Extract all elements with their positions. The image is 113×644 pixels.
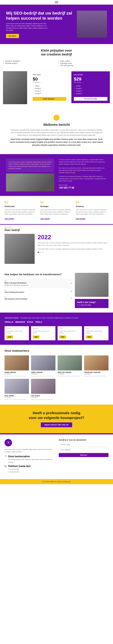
team-name-3: SPELLEN LARSON [58,372,82,373]
purple-left: Lorem ipsum dolor sit amet, consectetur … [6,158,54,192]
pricing-headline: Klein prijsplan voor uw creatieve bedrij… [6,48,107,56]
contact-info: Lorem ipsum dolor sit amet, consectetur … [5,448,54,453]
client-card-btn-3[interactable]: MER [59,336,66,338]
service-title-2: Strategie [40,205,73,208]
card-personal-price: $29 [74,76,107,82]
pricing-card-personal: persoonlijk $29 Per maand 1 klant Functi… [71,71,110,103]
service-link-3[interactable]: LEES VERDER [76,218,85,220]
team-name-5: PAUL PERRY [5,395,29,397]
newsletter-name-input[interactable] [59,442,108,446]
card-team-button[interactable]: Gratis uploaden → [33,97,66,101]
client-card-text-3: Sample Click to select the Text Element. [59,330,80,334]
about-dot-3[interactable] [42,252,43,253]
about-dot-1[interactable] [38,252,39,253]
about-image [5,234,35,264]
personal-feature-1: 1 klant [74,85,107,87]
check-item-4: Completely groep [58,62,110,64]
team-role-2: Consultant [31,373,55,375]
phone-icon-2: 📞 [5,465,7,467]
faq-question-3: Plan Ahead For Home Painting? [5,298,27,300]
team-feature-1: 1 klant [33,85,66,87]
clients-heading: Aanbevolen klanten [5,317,19,319]
team-title: Onze medewerkers [5,349,108,352]
hero-image [77,11,107,38]
faq-item-3[interactable]: 03 Plan Ahead For Home Painting? ▾ [5,295,72,302]
personal-feature-2: Functie 2 [74,87,107,90]
cta-title: Heeft u professionals nodig voor uw volg… [9,410,104,420]
faq-num-1: 01 [5,280,29,282]
logo-evga: EVGA [27,321,33,323]
purple-section: Lorem ipsum dolor sit amet, consectetur … [0,154,113,196]
pricing-check-col-2: Scalor subliem Completely groep 24/7 ond… [58,58,110,67]
service-card-1: 01 Onderzoek Lorem ipsum dolor sit amet,… [5,200,37,220]
team-text-2: Sample Click to select the Text Elements… [31,375,55,377]
faq-item-1[interactable]: 01 What is off page link Building? Sampl… [5,279,72,288]
faq-title: Hoe helpen we bedrijven om te transforme… [5,273,72,276]
service-title-1: Onderzoek [5,205,37,208]
service-link-1[interactable]: LEES VERDER [5,218,14,220]
client-card-btn-2[interactable]: MER [33,336,39,338]
contact-bar [0,433,113,434]
client-card-btn-1[interactable]: MER [6,336,13,338]
logo-binance: BINANCE [15,321,25,323]
team-text-5: Sample Click to select the Text Elements… [5,399,29,400]
team-feature-3: Functie 3 [33,90,66,92]
contact-left: S Lorem ipsum dolor sit amet, consectetu… [5,439,54,474]
client-card-label-2: BINANCE [33,328,54,329]
client-card-text-4: Sample Click to select the Text Element. [86,330,107,334]
about-text2: Lorem ipsum dolor sit amet, consectetur … [38,248,108,250]
card-personal-period: Per maand [74,82,107,83]
team-name-2: LINDA LARSON [31,372,55,373]
team-photo-5 [5,379,29,394]
phone-label: Telefoon (vaste lijn) [8,465,30,468]
client-card-btn-4[interactable]: MER [86,336,92,338]
welcome-body1: Amet luctus venenatis lectus magna fring… [9,129,104,136]
hero-cta-button[interactable]: Nu bellen [6,34,19,38]
card-team-period: Per maand [33,82,66,83]
about-dot-2[interactable] [40,252,41,253]
welcome-section: ⚡ Welkoms bericht Amet luctus venenatis … [0,109,113,154]
client-card-3: EVGA Sample Click to select the Text Ele… [58,326,82,340]
service-num-3: 03 [76,200,108,204]
team-member-2: LINDA LARSON Consultant Sample Click to … [31,356,55,377]
hero-section: Wij SEO-bedrijf dat uw bedrijf zal helpe… [0,5,113,44]
clients-subtitle: Paragraph lorem ipsum dolor sit amet, co… [21,317,79,319]
team-section: Onze medewerkers ADAM JONSON Consultant … [0,345,113,404]
check-item-5: 24/7 ondersteuning [58,64,110,67]
faq-item-2[interactable]: 02 House Painting Essentials? ▾ [5,288,72,295]
client-card-4: TESLA Sample Click to select the Text El… [84,326,108,340]
contact-right: Schrijf je in voor de nieuwsbrief Abonne… [59,439,108,474]
newsletter-submit-button[interactable]: Abonneer [59,453,108,457]
service-text-3: Lorem ipsum dolor sit amet, consectetur … [76,209,108,215]
team-text-6: Sample Click to select the Text Elements… [31,399,55,400]
faq-right: Heeft u een vraag? ✆ +1 (234) 567-8910 [75,273,108,308]
team-member-4: TROUW MET HUDSON Consultant Sample Click… [84,356,108,377]
service-num-1: 01 [5,200,37,204]
purple-right-text1: Tur morci turpi nibh sodales vulputate a… [59,158,107,166]
team-name-1: ADAM JONSON [5,372,29,373]
about-dots [38,252,108,253]
team-photo-3 [58,356,82,370]
newsletter-email-input[interactable] [59,448,108,452]
team-role-6: Consultant [31,397,55,398]
cta-button[interactable]: NEEM CONTACT MET ONS OP [41,422,72,427]
hamburger-menu[interactable] [55,1,58,3]
contact-address-block: 📍 Onze kantooradres The Parking Garage S… [5,455,54,463]
chevron-down-icon-3: ▾ [71,297,72,299]
purple-call: Bel óns sldaf +92 555 77 88 [59,184,107,189]
team-photo-6 [31,379,55,394]
team-photo-4 [84,356,108,370]
faq-num-2: 02 [5,290,24,291]
card-personal-button[interactable]: Proceed Annually [74,97,107,101]
personal-feature-4: Functie 4 [74,92,107,95]
chevron-down-icon-2: ▾ [71,290,72,292]
pricing-cards: Voor team $0 Per maand 1 klant Functie 2… [30,71,110,103]
service-link-2[interactable]: LEES VERDER [40,218,50,220]
team-member-1: ADAM JONSON Consultant Sample Click to s… [5,356,29,377]
personal-feature-3: Functie 3 [74,90,107,92]
team-photo-2 [31,356,55,370]
service-num-2: 02 [40,200,73,204]
pricing-checks-row: Uitstekend spr(p)gins 1 Geweldig sprigns… [0,58,113,70]
card-team-price: $0 [33,76,66,82]
client-card-1: CROLLA Sample Click to select the Text E… [5,326,29,340]
